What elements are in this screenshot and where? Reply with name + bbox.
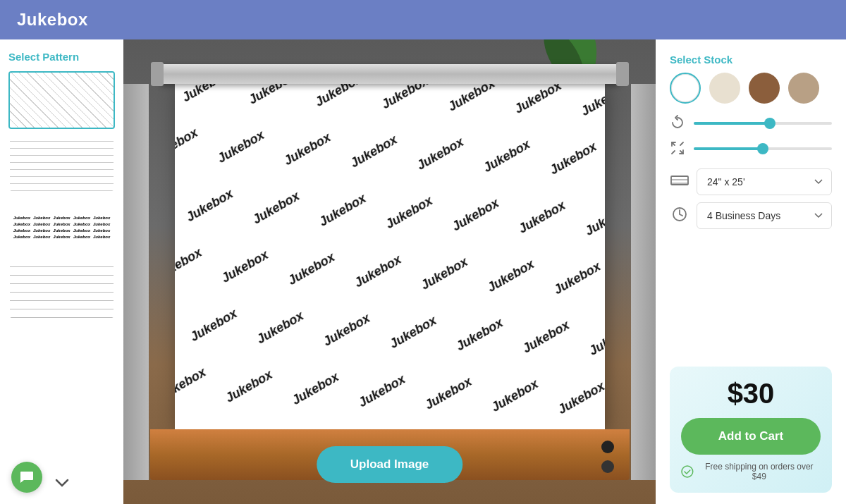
stock-options [670, 73, 832, 104]
rotation-slider[interactable] [694, 122, 832, 125]
main-layout: Select Pattern Jukebox Jukebox Jukebox J… [0, 39, 846, 504]
stock-brown[interactable] [749, 73, 780, 104]
pattern-thumb-1 [10, 73, 114, 128]
pattern-item-4[interactable] [8, 262, 115, 319]
size-dropdown[interactable]: 24" x 25' 12" x 25' 24" x 50' [697, 168, 832, 195]
logo: Jukebox [17, 10, 88, 30]
pattern-sidebar: Select Pattern Jukebox Jukebox Jukebox J… [0, 39, 123, 504]
size-dropdown-row: 24" x 25' 12" x 25' 24" x 50' [670, 168, 832, 195]
turnaround-dropdown-row: 4 Business Days 2 Business Days 1 Busine… [670, 202, 832, 229]
turnaround-dropdown[interactable]: 4 Business Days 2 Business Days 1 Busine… [697, 202, 832, 229]
rotation-thumb[interactable] [764, 118, 776, 129]
price-cta-section: $30 Add to Cart Free shipping on orders … [670, 367, 832, 493]
rotation-icon [670, 115, 687, 132]
roller-cap-right [616, 62, 629, 86]
paper-pattern: Jukebox Jukebox [175, 84, 605, 429]
scale-thumb[interactable] [757, 143, 768, 154]
scale-slider[interactable] [694, 147, 832, 150]
paper-roll-assembly: Jukebox Jukebox [150, 64, 630, 480]
chat-bubble-button[interactable] [11, 462, 42, 493]
knob-bottom [601, 460, 614, 473]
stock-cream[interactable] [709, 73, 740, 104]
pattern-item-1[interactable] [8, 71, 115, 129]
free-shipping-notice: Free shipping on orders over $49 [681, 462, 821, 481]
pattern-thumb-3: Jukebox Jukebox Jukebox Jukebox Jukebox … [10, 199, 114, 254]
select-pattern-title: Select Pattern [8, 51, 115, 63]
pattern-thumb-4 [10, 263, 114, 318]
upload-button-container: Upload Image [317, 446, 462, 483]
scale-fill [694, 147, 763, 150]
scale-icon [670, 140, 687, 157]
svg-point-8 [682, 466, 693, 477]
add-to-cart-button[interactable]: Add to Cart [681, 418, 821, 455]
chevron-down-icon [55, 479, 69, 487]
upload-image-button[interactable]: Upload Image [317, 446, 462, 483]
roller-cap-left [151, 62, 164, 86]
chat-icon [19, 469, 35, 485]
free-shipping-text: Free shipping on orders over $49 [698, 462, 821, 481]
rotation-fill [694, 122, 770, 125]
top-roller [161, 64, 619, 84]
select-stock-title: Select Stock [670, 54, 832, 66]
stock-section: Select Stock [670, 54, 832, 104]
slider-group [670, 115, 832, 157]
canvas-area: Jukebox Jukebox Upload Image [123, 39, 656, 504]
pattern-item-3[interactable]: Jukebox Jukebox Jukebox Jukebox Jukebox … [8, 198, 115, 256]
pattern-list: Jukebox Jukebox Jukebox Jukebox Jukebox … [8, 71, 115, 473]
svg-rect-5 [175, 84, 605, 429]
size-icon [670, 173, 689, 191]
stock-tan[interactable] [788, 73, 819, 104]
scale-slider-row [670, 140, 832, 157]
paper-sheet: Jukebox Jukebox [175, 84, 605, 429]
dropdown-group: 24" x 25' 12" x 25' 24" x 50' 4 Business… [670, 168, 832, 229]
turnaround-icon [670, 206, 689, 226]
pattern-thumb-2 [10, 136, 114, 191]
right-panel: Select Stock [656, 39, 846, 504]
price-display: $30 [681, 378, 821, 410]
left-side-panel [123, 84, 149, 480]
rotation-slider-row [670, 115, 832, 132]
knob-top [601, 441, 614, 453]
right-side-panel [631, 84, 656, 480]
pattern-item-2[interactable] [8, 135, 115, 192]
header: Jukebox [0, 0, 846, 39]
shipping-icon [681, 465, 694, 478]
stock-white[interactable] [670, 73, 701, 104]
